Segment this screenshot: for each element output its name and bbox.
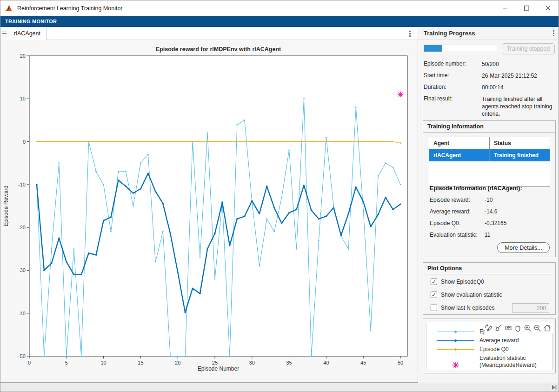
- checkbox-show-evaluation-statistic[interactable]: ✓ Show evaluation statistic: [431, 292, 502, 298]
- ribbon: TRAINING MONITOR: [0, 16, 559, 27]
- zoom-in-icon[interactable]: [524, 324, 532, 332]
- field-value: 26-Mar-2025 21:12:52: [482, 72, 556, 80]
- legend-label: Average reward: [479, 337, 519, 344]
- y-axis-label: Episode Reward: [3, 186, 9, 226]
- svg-text:5: 5: [65, 360, 68, 365]
- field-duration: Duration: 00:00:14: [424, 84, 556, 91]
- field-label: Episode Q0:: [430, 220, 485, 226]
- table-empty-area: [429, 161, 550, 186]
- progress-fill: [424, 45, 442, 52]
- more-details-button[interactable]: More Details...: [497, 242, 550, 253]
- checkbox-icon: ✓: [431, 279, 437, 285]
- svg-text:15: 15: [138, 360, 143, 365]
- evaluation-statistic-marker: [398, 92, 403, 97]
- field-episode-number: Episode number: 50/200: [424, 60, 556, 68]
- figure-panel: Episode reward for rlMDPEnv with rlACAge…: [0, 40, 418, 383]
- matlab-logo-icon: [5, 5, 13, 12]
- field-label: Final result:: [424, 95, 482, 118]
- ribbon-tab-training-monitor[interactable]: TRAINING MONITOR: [0, 19, 61, 24]
- export-icon[interactable]: [485, 324, 492, 332]
- table-header-row: Agent Status: [429, 137, 550, 149]
- axes-toolbar: [485, 322, 553, 333]
- svg-text:20: 20: [20, 53, 26, 59]
- svg-text:30: 30: [249, 360, 255, 365]
- minimize-button[interactable]: [494, 0, 516, 16]
- tab-label: rlACAgent: [14, 30, 40, 37]
- skip-to-end-icon[interactable]: [552, 385, 557, 392]
- checkbox-label: Show evaluation statistic: [441, 292, 502, 298]
- episode-info-title: Episode Information (rlACAgent):: [430, 185, 522, 192]
- field-average-reward: Average reward: -14.6: [430, 208, 551, 215]
- svg-text:0: 0: [23, 139, 26, 145]
- legend-sample: [437, 346, 474, 352]
- zoom-out-icon[interactable]: [533, 324, 541, 332]
- tabstrip-grip[interactable]: [0, 27, 8, 40]
- field-label: Episode number:: [424, 60, 482, 68]
- training-information-card: Training Information Agent Status rlACAg…: [423, 120, 556, 257]
- table-row[interactable]: rlACAgent Training finished: [429, 149, 550, 161]
- svg-text:25: 25: [212, 360, 218, 365]
- legend-entry-evaluation-statistic[interactable]: Evaluation statistic (MeanEpisodeReward): [437, 355, 537, 369]
- legend-label: Evaluation statistic (MeanEpisodeReward): [479, 355, 537, 369]
- pan-icon[interactable]: [514, 324, 522, 332]
- legend-entry-episode-q0[interactable]: Episode Q0: [437, 346, 509, 352]
- plot-options-card: Plot Options ✓ Show EpisodeQ0 ✓ Show eva…: [423, 262, 556, 315]
- field-value: 11: [485, 232, 490, 238]
- svg-text:45: 45: [360, 360, 366, 365]
- checkbox-icon: ✓: [431, 292, 437, 298]
- checkbox-show-episodeq0[interactable]: ✓ Show EpisodeQ0: [431, 279, 484, 285]
- field-label: Duration:: [424, 84, 482, 91]
- tab-rlacagent[interactable]: rlACAgent: [8, 27, 47, 40]
- field-label: Evaluation statistic:: [430, 232, 485, 238]
- svg-text:-30: -30: [18, 267, 26, 273]
- x-axis-label: Episode Number: [198, 365, 239, 372]
- document-tabstrip: [0, 27, 418, 40]
- field-value: 50/200: [482, 60, 556, 68]
- datatips-icon[interactable]: [504, 324, 512, 332]
- svg-text:10: 10: [100, 360, 106, 365]
- agent-status-table: Agent Status rlACAgent Training finished: [429, 137, 550, 187]
- tabstrip-menu-button[interactable]: [404, 27, 415, 40]
- kebab-menu-icon: [409, 31, 411, 37]
- horizontal-scrollbar[interactable]: [0, 383, 559, 392]
- field-value: -0.32165: [485, 220, 506, 226]
- column-agent: Agent: [429, 137, 490, 149]
- close-button[interactable]: [537, 0, 559, 16]
- restore-view-icon[interactable]: [543, 324, 551, 332]
- legend-sample: [437, 359, 474, 365]
- field-episode-reward: Episode reward: -10: [430, 197, 551, 203]
- cell-status: Training finished: [490, 149, 550, 161]
- grip-icon: [2, 32, 7, 36]
- svg-text:-50: -50: [18, 353, 26, 359]
- field-episode-q0: Episode Q0: -0.32165: [430, 220, 551, 226]
- window-title: Reinforcement Learning Training Monitor: [17, 5, 123, 12]
- legend-sample: [437, 337, 474, 344]
- field-value: -14.6: [485, 208, 497, 215]
- field-label: Average reward:: [430, 208, 485, 215]
- panel-kebab-menu-icon[interactable]: [553, 30, 554, 36]
- field-value: 00:00:14: [482, 84, 556, 91]
- maximize-button[interactable]: [516, 0, 537, 16]
- n-episodes-input[interactable]: [512, 303, 549, 313]
- checkbox-icon: [431, 305, 437, 311]
- legend-label: Episode Q0: [479, 346, 509, 352]
- field-final-result: Final result: Training finished after al…: [424, 95, 556, 118]
- legend-sample: [437, 328, 474, 335]
- legend-entry-average-reward[interactable]: Average reward: [437, 337, 519, 344]
- svg-text:20: 20: [175, 360, 180, 365]
- field-value: -10: [485, 197, 492, 203]
- checkbox-show-last-n-episodes[interactable]: Show last N episodes: [431, 305, 494, 311]
- svg-text:10: 10: [20, 96, 26, 101]
- field-value: Training finished after all agents reach…: [482, 95, 556, 118]
- svg-text:-40: -40: [18, 311, 26, 316]
- training-stopped-button[interactable]: Training stopped: [502, 43, 555, 54]
- field-label: Episode reward:: [430, 197, 485, 203]
- checkbox-label: Show EpisodeQ0: [441, 279, 484, 285]
- asterisk-marker-icon: [453, 362, 459, 368]
- field-start-time: Start time: 26-Mar-2025 21:12:52: [424, 72, 556, 80]
- brush-icon[interactable]: [494, 324, 502, 332]
- svg-text:-20: -20: [18, 225, 26, 230]
- svg-text:40: 40: [323, 360, 329, 365]
- statusbar-divider: [547, 383, 547, 392]
- episode-reward-chart[interactable]: Episode reward for rlMDPEnv with rlACAge…: [0, 40, 418, 382]
